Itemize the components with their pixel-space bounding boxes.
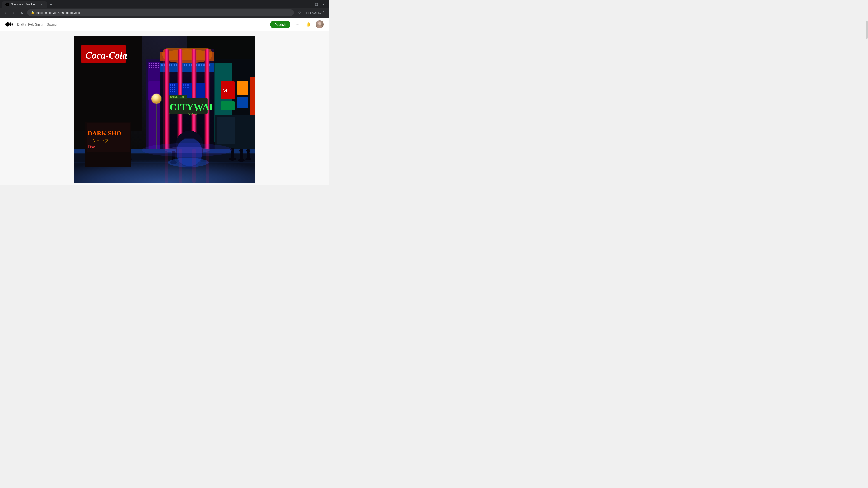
svg-text:Coca-Cola: Coca-Cola	[86, 50, 127, 61]
svg-rect-31	[151, 67, 152, 68]
medium-logo[interactable]	[5, 21, 13, 28]
svg-text:M: M	[6, 3, 9, 6]
svg-rect-154	[192, 149, 195, 183]
svg-rect-108	[237, 97, 248, 108]
svg-rect-32	[153, 67, 154, 68]
svg-text:OSAKA: OSAKA	[188, 112, 197, 115]
svg-rect-28	[158, 65, 159, 66]
svg-rect-26	[155, 65, 156, 66]
svg-rect-78	[174, 87, 175, 88]
toolbar-actions: ☆ ⊡ Incognito ⋮	[296, 9, 327, 16]
svg-rect-111	[217, 117, 235, 144]
svg-rect-76	[170, 87, 171, 88]
svg-rect-16	[149, 63, 150, 64]
forward-button[interactable]: ›	[10, 9, 17, 16]
bookmark-button[interactable]: ☆	[296, 9, 303, 16]
svg-rect-33	[155, 67, 156, 68]
url-text: medium.com/p/f7226a5dcfba/edit	[36, 11, 80, 14]
notifications-button[interactable]: 🔔	[305, 21, 312, 28]
svg-rect-17	[151, 63, 152, 64]
svg-text:DARK SHO: DARK SHO	[88, 130, 121, 137]
svg-point-150	[164, 147, 210, 153]
tab-favicon: M	[5, 3, 9, 6]
svg-rect-81	[174, 89, 175, 90]
svg-rect-74	[172, 85, 173, 86]
svg-rect-155	[206, 149, 209, 183]
svg-rect-34	[156, 67, 157, 68]
svg-rect-75	[174, 85, 175, 86]
svg-rect-30	[149, 67, 150, 68]
svg-rect-58	[201, 64, 202, 66]
active-tab[interactable]: M New story – Medium ×	[2, 1, 47, 8]
browser-menu-button[interactable]: ⋮	[320, 9, 327, 16]
draft-info: Draft in Fely Smith	[17, 23, 43, 26]
content-area: Coca-Cola	[0, 31, 329, 185]
svg-rect-53	[188, 64, 190, 66]
window-controls: – ❐ ✕	[307, 3, 327, 6]
svg-rect-47	[174, 64, 175, 66]
svg-point-140	[246, 149, 250, 153]
svg-point-2	[5, 22, 10, 26]
svg-rect-133	[231, 151, 234, 160]
svg-text:特売: 特売	[88, 144, 95, 149]
svg-rect-136	[240, 152, 243, 161]
close-button[interactable]: ✕	[322, 3, 326, 6]
svg-rect-90	[187, 87, 188, 88]
svg-rect-83	[172, 91, 173, 92]
svg-rect-27	[156, 65, 157, 66]
svg-rect-21	[158, 63, 159, 64]
citywalk-scene: Coca-Cola	[74, 36, 255, 183]
svg-point-4	[11, 23, 13, 26]
svg-rect-57	[198, 64, 200, 66]
svg-rect-106	[221, 101, 235, 110]
back-button[interactable]: ‹	[2, 9, 9, 16]
svg-rect-153	[179, 149, 182, 183]
title-bar: M New story – Medium × + – ❐ ✕	[0, 0, 329, 8]
svg-rect-89	[185, 87, 186, 88]
tab-group: M New story – Medium × +	[2, 1, 54, 8]
svg-rect-87	[187, 85, 188, 86]
address-bar[interactable]: 🔒 medium.com/p/f7226a5dcfba/edit	[27, 9, 294, 16]
maximize-button[interactable]: ❐	[315, 3, 318, 6]
tab-close-button[interactable]: ×	[40, 3, 43, 6]
svg-rect-73	[170, 85, 171, 86]
tab-title: New story – Medium	[11, 3, 38, 6]
svg-rect-52	[186, 64, 187, 66]
svg-rect-18	[153, 63, 154, 64]
svg-rect-86	[185, 85, 186, 86]
svg-rect-77	[172, 87, 173, 88]
svg-point-100	[151, 93, 162, 104]
svg-rect-152	[165, 149, 168, 183]
reload-button[interactable]: ↻	[18, 9, 25, 16]
svg-rect-20	[156, 63, 157, 64]
svg-point-3	[9, 22, 11, 26]
svg-rect-107	[237, 81, 248, 95]
medium-header: Draft in Fely Smith Saving... Publish ··…	[0, 18, 329, 31]
svg-rect-19	[155, 63, 156, 64]
svg-rect-35	[158, 67, 159, 68]
browser-window: M New story – Medium × + – ❐ ✕ ‹ › ↻ 🔒 m…	[0, 0, 329, 18]
lock-icon: 🔒	[31, 11, 35, 14]
svg-rect-139	[247, 152, 250, 160]
svg-rect-25	[153, 65, 154, 66]
story-image: Coca-Cola	[74, 36, 255, 183]
minimize-button[interactable]: –	[307, 3, 311, 6]
medium-app: Draft in Fely Smith Saving... Publish ··…	[0, 18, 329, 185]
svg-rect-79	[170, 89, 171, 90]
avatar[interactable]	[315, 20, 324, 29]
svg-rect-85	[183, 85, 184, 86]
svg-rect-51	[184, 64, 185, 66]
more-options-button[interactable]: ···	[294, 21, 301, 28]
svg-rect-23	[149, 65, 150, 66]
incognito-label: Incognito	[312, 9, 319, 16]
svg-point-137	[239, 149, 243, 153]
svg-rect-24	[151, 65, 152, 66]
medium-logo-icon	[5, 21, 13, 28]
svg-rect-42	[161, 64, 162, 66]
saving-status: Saving...	[47, 23, 59, 26]
new-tab-button[interactable]: +	[48, 1, 54, 8]
svg-point-6	[318, 22, 321, 25]
svg-rect-88	[183, 87, 184, 88]
svg-rect-82	[170, 91, 171, 92]
publish-button[interactable]: Publish	[270, 21, 290, 28]
